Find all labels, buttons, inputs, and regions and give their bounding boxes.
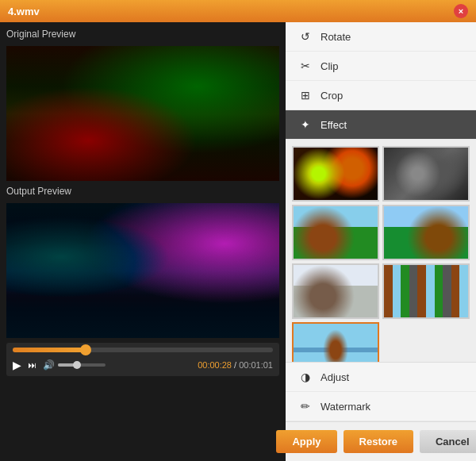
progress-bar[interactable]: [13, 348, 273, 352]
skip-button[interactable]: ⏭: [28, 360, 36, 370]
effect-item-normal1[interactable]: [292, 205, 379, 260]
effect-mirror-content: [294, 324, 378, 362]
restore-button[interactable]: Restore: [344, 430, 413, 453]
main-layout: Original Preview Output Preview ▶ ⏭ 🔊: [0, 22, 476, 461]
adjust-label: Adjust: [321, 371, 349, 383]
original-preview: [6, 46, 279, 181]
output-preview: [6, 203, 279, 338]
menu-items: ↺ Rotate ✂ Clip ⊞ Crop ✦ Effect: [286, 22, 476, 140]
right-panel: ↺ Rotate ✂ Clip ⊞ Crop ✦ Effect: [286, 22, 476, 461]
effect-grid: Mirror Vertical: [292, 146, 470, 362]
action-buttons: Apply Restore Cancel: [286, 421, 476, 461]
effect-item-mirror[interactable]: Mirror Vertical: [292, 322, 379, 362]
time-total: 00:01:01: [239, 360, 273, 370]
output-video-content: [6, 203, 279, 338]
adjust-icon: ◑: [298, 371, 313, 383]
effect-item-color[interactable]: [292, 146, 379, 202]
crop-label: Crop: [321, 90, 343, 102]
effect-sketch-content: [294, 265, 378, 317]
window-title: 4.wmv: [8, 6, 40, 17]
volume-bar[interactable]: [58, 363, 106, 367]
menu-item-clip[interactable]: ✂ Clip: [286, 52, 476, 81]
effect-section: Mirror Vertical: [286, 140, 476, 362]
effect-bw-content: [384, 148, 468, 200]
effect-normal2-content: [384, 206, 468, 259]
bottom-menu: ◑ Adjust ✏ Watermark: [286, 362, 476, 421]
cancel-button[interactable]: Cancel: [420, 430, 476, 453]
clip-label: Clip: [321, 60, 338, 72]
effect-label: Effect: [321, 119, 347, 131]
time-current: 00:00:28: [198, 360, 232, 370]
controls-section: ▶ ⏭ 🔊 00:00:28 / 00:01:01: [6, 343, 279, 376]
volume-section: 🔊: [43, 359, 106, 371]
menu-item-adjust[interactable]: ◑ Adjust: [286, 363, 476, 392]
menu-item-effect[interactable]: ✦ Effect: [286, 110, 476, 140]
time-display: 00:00:28 / 00:01:01: [198, 360, 273, 370]
effect-normal1-content: [294, 206, 378, 259]
clip-icon: ✂: [298, 60, 313, 72]
close-button[interactable]: ×: [454, 4, 468, 18]
original-preview-label: Original Preview: [6, 29, 279, 40]
volume-icon: 🔊: [43, 359, 55, 371]
play-button[interactable]: ▶: [13, 359, 21, 371]
original-video-content: [6, 46, 279, 181]
progress-thumb[interactable]: [80, 344, 91, 355]
title-bar: 4.wmv ×: [0, 0, 476, 22]
watermark-icon: ✏: [298, 400, 313, 413]
crop-icon: ⊞: [298, 89, 313, 102]
left-panel: Original Preview Output Preview ▶ ⏭ 🔊: [0, 22, 286, 461]
effect-color-content: [294, 148, 378, 200]
effect-item-cols[interactable]: [382, 263, 470, 319]
output-preview-label: Output Preview: [6, 186, 279, 197]
effect-icon: ✦: [298, 118, 313, 131]
effect-cols-content: [384, 265, 468, 317]
effect-item-normal2[interactable]: [382, 205, 470, 260]
playback-controls: ▶ ⏭ 🔊 00:00:28 / 00:01:01: [13, 359, 273, 371]
apply-button[interactable]: Apply: [276, 430, 336, 453]
volume-thumb[interactable]: [73, 361, 81, 369]
effect-item-sketch[interactable]: [292, 263, 379, 319]
menu-item-watermark[interactable]: ✏ Watermark: [286, 392, 476, 421]
menu-item-rotate[interactable]: ↺ Rotate: [286, 22, 476, 52]
progress-fill: [13, 348, 86, 352]
effect-item-bw[interactable]: [382, 146, 470, 202]
watermark-label: Watermark: [321, 401, 370, 413]
menu-item-crop[interactable]: ⊞ Crop: [286, 81, 476, 110]
rotate-label: Rotate: [321, 31, 351, 43]
rotate-icon: ↺: [298, 30, 313, 43]
